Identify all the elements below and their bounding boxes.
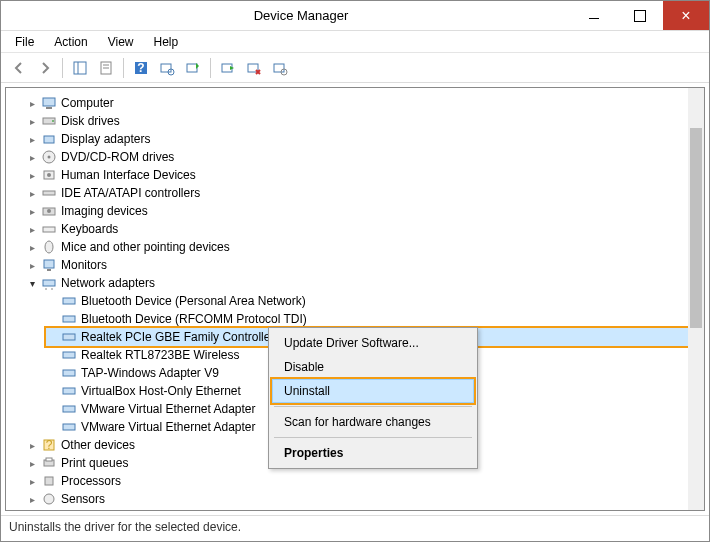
network-icon (61, 419, 77, 435)
show-hide-console-button[interactable] (68, 56, 92, 80)
svg-rect-30 (43, 280, 55, 286)
tree-node[interactable]: Keyboards (26, 220, 704, 238)
keyboard-icon (41, 221, 57, 237)
context-scan[interactable]: Scan for hardware changes (272, 410, 474, 434)
svg-point-22 (47, 173, 51, 177)
tree-label: Disk drives (61, 114, 120, 128)
minimize-button[interactable] (571, 1, 617, 30)
menu-action[interactable]: Action (46, 33, 95, 51)
tree-node[interactable]: Mice and other pointing devices (26, 238, 704, 256)
svg-rect-36 (63, 352, 75, 358)
context-properties[interactable]: Properties (272, 441, 474, 465)
tree-node[interactable]: Computer (26, 94, 704, 112)
properties-button[interactable] (94, 56, 118, 80)
uninstall-toolbar-button[interactable] (242, 56, 266, 80)
context-separator (274, 406, 472, 407)
tree-node[interactable]: Bluetooth Device (RFCOMM Protocol TDI) (46, 310, 704, 328)
tree-node[interactable]: Sensors (26, 490, 704, 508)
tree-label: Sensors (61, 492, 105, 506)
enable-button[interactable] (216, 56, 240, 80)
svg-rect-26 (43, 227, 55, 232)
tree-node[interactable]: Human Interface Devices (26, 166, 704, 184)
tree-label: Mice and other pointing devices (61, 240, 230, 254)
tree-node[interactable]: Processors (26, 472, 704, 490)
context-separator (274, 437, 472, 438)
svg-point-27 (45, 241, 53, 253)
tree-node[interactable]: Imaging devices (26, 202, 704, 220)
svg-text:?: ? (46, 438, 53, 452)
svg-rect-29 (47, 269, 51, 271)
svg-rect-0 (74, 62, 86, 74)
svg-rect-14 (43, 98, 55, 106)
svg-point-25 (47, 209, 51, 213)
update-driver-button[interactable] (181, 56, 205, 80)
svg-point-46 (44, 494, 54, 504)
svg-point-17 (52, 120, 54, 122)
tree-label: Display adapters (61, 132, 150, 146)
tree-node[interactable]: Bluetooth Device (Personal Area Network) (46, 292, 704, 310)
network-icon (61, 347, 77, 363)
maximize-button[interactable] (617, 1, 663, 30)
menu-help[interactable]: Help (146, 33, 187, 51)
titlebar: Device Manager (1, 1, 709, 31)
imaging-icon (41, 203, 57, 219)
computer-icon (41, 95, 57, 111)
forward-button[interactable] (33, 56, 57, 80)
tree-label: Bluetooth Device (Personal Area Network) (81, 294, 306, 308)
svg-rect-28 (44, 260, 54, 268)
sensor-icon (41, 491, 57, 507)
network-icon (41, 275, 57, 291)
svg-rect-34 (63, 316, 75, 322)
menu-file[interactable]: File (7, 33, 42, 51)
monitor-icon (41, 257, 57, 273)
tree-node[interactable]: Display adapters (26, 130, 704, 148)
tree-node[interactable]: IDE ATA/ATAPI controllers (26, 184, 704, 202)
tree-label: Realtek PCIe GBE Family Controller (81, 330, 274, 344)
device-tree[interactable]: Computer Disk drives Display adapters DV… (5, 87, 705, 511)
network-icon (61, 293, 77, 309)
scan-hardware-button[interactable] (155, 56, 179, 80)
svg-point-20 (48, 156, 51, 159)
network-icon (61, 365, 77, 381)
svg-rect-18 (44, 136, 54, 143)
help-button[interactable]: ? (129, 56, 153, 80)
vertical-scrollbar[interactable] (688, 88, 704, 510)
svg-rect-44 (46, 458, 52, 461)
svg-text:?: ? (137, 61, 144, 75)
svg-rect-39 (63, 406, 75, 412)
scan-changes-button[interactable] (268, 56, 292, 80)
menubar: File Action View Help (1, 31, 709, 53)
tree-node-network[interactable]: Network adapters (26, 274, 704, 292)
tree-node[interactable]: DVD/CD-ROM drives (26, 148, 704, 166)
tree-label: IDE ATA/ATAPI controllers (61, 186, 200, 200)
hid-icon (41, 167, 57, 183)
tree-label: Bluetooth Device (RFCOMM Protocol TDI) (81, 312, 307, 326)
context-update-driver[interactable]: Update Driver Software... (272, 331, 474, 355)
tree-label: Print queues (61, 456, 128, 470)
network-icon (61, 311, 77, 327)
context-disable[interactable]: Disable (272, 355, 474, 379)
menu-view[interactable]: View (100, 33, 142, 51)
close-button[interactable] (663, 1, 709, 30)
tree-label: TAP-Windows Adapter V9 (81, 366, 219, 380)
tree-node[interactable]: Monitors (26, 256, 704, 274)
svg-rect-38 (63, 388, 75, 394)
svg-rect-7 (161, 64, 171, 72)
svg-rect-23 (43, 191, 55, 195)
network-icon (61, 383, 77, 399)
window-title: Device Manager (31, 8, 571, 23)
other-icon: ? (41, 437, 57, 453)
context-uninstall[interactable]: Uninstall (272, 379, 474, 403)
tree-label: Processors (61, 474, 121, 488)
network-icon (61, 329, 77, 345)
tree-node[interactable]: Disk drives (26, 112, 704, 130)
svg-rect-45 (45, 477, 53, 485)
back-button[interactable] (7, 56, 31, 80)
toolbar: ? (1, 53, 709, 83)
disk-icon (41, 113, 57, 129)
tree-label: VMware Virtual Ethernet Adapter (81, 402, 256, 416)
svg-rect-12 (274, 64, 284, 72)
display-icon (41, 131, 57, 147)
dvd-icon (41, 149, 57, 165)
svg-rect-15 (46, 107, 52, 109)
